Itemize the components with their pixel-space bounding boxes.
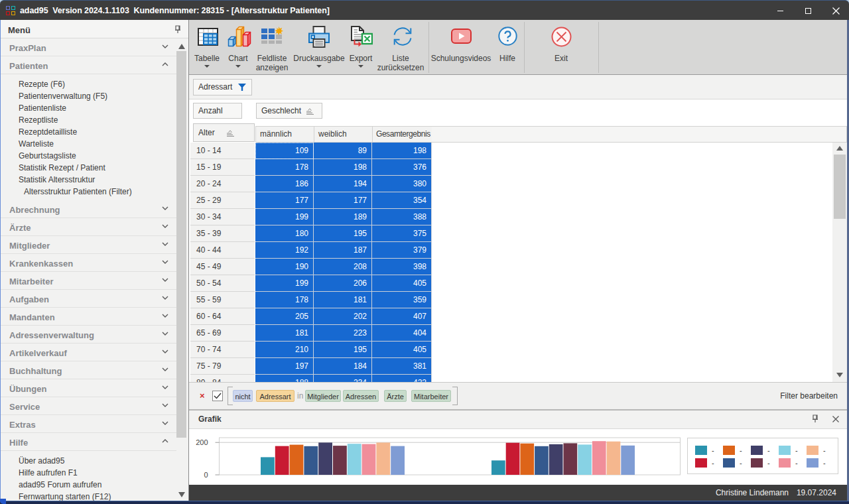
svg-text:200: 200 — [196, 438, 208, 446]
svg-text:0: 0 — [204, 471, 208, 479]
